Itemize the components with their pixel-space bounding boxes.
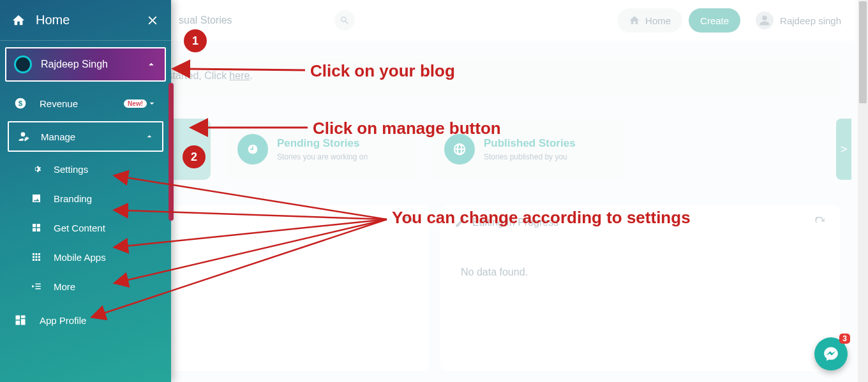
image-icon: [31, 193, 42, 204]
card-pending-stories[interactable]: Pending StoriesStories you are working o…: [226, 119, 417, 180]
sidebar-item-label: More: [54, 281, 75, 292]
annotation-number-1: 1: [184, 29, 207, 52]
create-pill-label: Create: [700, 15, 729, 26]
card-title: Pending Stories: [277, 137, 368, 150]
blog-avatar-icon: [14, 55, 32, 73]
sidebar: Home Rajdeep Singh $ Revenue New! Manage…: [0, 0, 171, 382]
refresh-icon[interactable]: [403, 217, 415, 228]
chevron-down-icon: [147, 98, 157, 108]
sidebar-item-manage[interactable]: Manage: [8, 121, 163, 152]
home-icon: [629, 15, 640, 26]
sidebar-scrollbar[interactable]: [168, 83, 174, 221]
sidebar-item-label: Revenue: [40, 98, 120, 109]
sidebar-item-app-profile[interactable]: App Profile: [0, 305, 171, 335]
banner-suffix: .: [250, 70, 252, 81]
sidebar-item-label: Settings: [54, 164, 88, 175]
messenger-icon: [823, 346, 839, 362]
person-gear-icon: [17, 130, 29, 143]
home-pill-label: Home: [645, 15, 671, 26]
globe-icon: [444, 134, 475, 165]
sidebar-item-label: Mobile Apps: [54, 252, 106, 263]
create-pill[interactable]: Create: [689, 8, 740, 33]
sidebar-sub-settings[interactable]: Settings: [0, 154, 171, 184]
sidebar-item-label: App Profile: [40, 315, 157, 326]
chevron-up-icon: [146, 59, 157, 70]
card-title: Published Stories: [484, 137, 576, 150]
refresh-icon[interactable]: [814, 217, 826, 228]
apps-grid-icon: [31, 251, 42, 263]
user-avatar-icon: [756, 11, 774, 29]
card-published-stories[interactable]: Published StoriesStories published by yo…: [433, 119, 624, 180]
blog-name-label: Rajdeep Singh: [41, 59, 146, 70]
sidebar-item-label: Get Content: [54, 223, 105, 233]
messenger-fab[interactable]: 3: [814, 337, 848, 371]
search-icon: [340, 15, 350, 26]
sidebar-item-label: Manage: [41, 131, 144, 142]
cards-next-button[interactable]: >: [836, 119, 851, 180]
sidebar-sub-more[interactable]: More: [0, 272, 171, 301]
new-badge: New!: [124, 99, 147, 108]
sidebar-home-label[interactable]: Home: [36, 13, 146, 27]
sidebar-item-label: Branding: [54, 193, 92, 204]
close-icon[interactable]: [146, 13, 160, 27]
gear-icon: [31, 163, 42, 175]
user-chip[interactable]: Rajdeep singh: [756, 11, 841, 29]
card-sub: Stories you are working on: [277, 152, 368, 161]
search-button[interactable]: [334, 10, 355, 31]
dashboard-icon: [14, 314, 27, 327]
content-icon: [31, 222, 42, 233]
panel-editing-progress: Editing In Progress No data found.: [440, 205, 840, 371]
tab-visual-stories[interactable]: sual Stories: [179, 15, 232, 26]
no-data-text: No data found.: [454, 267, 826, 278]
user-name-label: Rajdeep singh: [780, 15, 841, 26]
chevron-up-icon: [144, 131, 154, 142]
panel-right-title: Editing In Progress: [472, 217, 558, 228]
stopwatch-icon: [237, 134, 268, 165]
banner-here-link[interactable]: here: [229, 70, 250, 81]
fab-badge: 3: [839, 334, 850, 344]
dollar-icon: $: [14, 97, 27, 110]
sidebar-sub-mobile-apps[interactable]: Mobile Apps: [0, 242, 171, 272]
scrollbar-thumb[interactable]: [859, 1, 867, 103]
pencil-icon: [454, 217, 466, 228]
sidebar-item-revenue[interactable]: $ Revenue New!: [0, 88, 171, 119]
blog-selector[interactable]: Rajdeep Singh: [5, 47, 166, 82]
sidebar-sub-get-content[interactable]: Get Content: [0, 213, 171, 242]
home-icon: [11, 13, 26, 27]
svg-text:$: $: [19, 99, 23, 107]
sidebar-sub-branding[interactable]: Branding: [0, 184, 171, 213]
card-sub: Stories published by you: [484, 152, 576, 161]
more-icon: [31, 281, 42, 292]
home-pill[interactable]: Home: [617, 8, 682, 33]
annotation-number-2: 2: [183, 145, 206, 168]
sidebar-header: Home: [0, 0, 171, 41]
page-scrollbar[interactable]: [858, 0, 868, 382]
